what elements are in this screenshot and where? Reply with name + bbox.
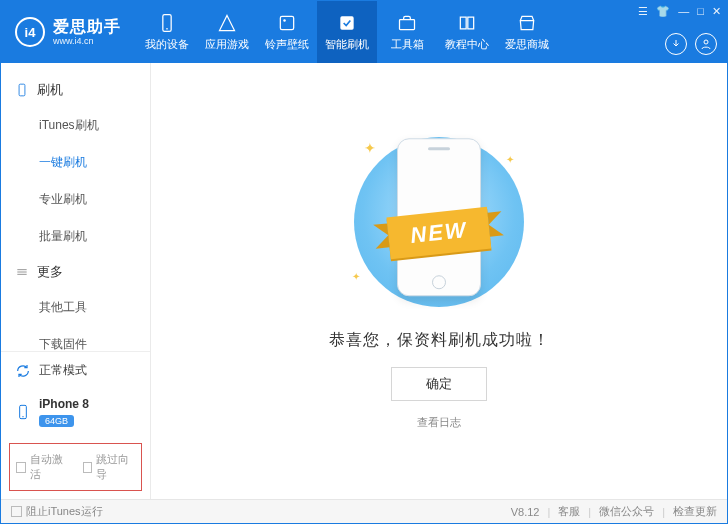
sidebar-group-more: 更多 [1, 255, 150, 289]
svg-point-1 [166, 28, 168, 30]
shop-icon [517, 13, 537, 33]
phone-icon [15, 404, 31, 420]
user-button[interactable] [695, 33, 717, 55]
book-icon [457, 13, 477, 33]
nav-ring[interactable]: 铃声壁纸 [257, 1, 317, 63]
nav-tutorial[interactable]: 教程中心 [437, 1, 497, 63]
chk-autoactivate[interactable]: 自动激活 [16, 452, 69, 482]
flash-icon [337, 13, 357, 33]
nav-tools[interactable]: 工具箱 [377, 1, 437, 63]
logo-badge: i4 [15, 17, 45, 47]
nav-label: 爱思商城 [505, 37, 549, 52]
close-icon[interactable]: ✕ [712, 5, 721, 18]
nav-apps[interactable]: 应用游戏 [197, 1, 257, 63]
app-header: i4 爱思助手 www.i4.cn 我的设备 应用游戏 铃声壁纸 智能刷机 [1, 1, 727, 63]
device-info[interactable]: iPhone 8 64GB [1, 389, 150, 437]
menu-icon[interactable]: ☰ [638, 5, 648, 18]
status-bar: 阻止iTunes运行 V8.12 | 客服 | 微信公众号 | 检查更新 [1, 499, 727, 523]
sidebar-item-batch[interactable]: 批量刷机 [1, 218, 150, 255]
svg-point-6 [704, 40, 708, 44]
nav-label: 教程中心 [445, 37, 489, 52]
nav-device[interactable]: 我的设备 [137, 1, 197, 63]
ok-button[interactable]: 确定 [391, 367, 487, 401]
svg-rect-7 [19, 84, 25, 96]
svg-rect-4 [340, 16, 353, 29]
post-flash-options: 自动激活 跳过向导 [9, 443, 142, 491]
svg-point-3 [283, 19, 286, 22]
chk-label: 阻止iTunes运行 [26, 504, 103, 519]
app-logo: i4 爱思助手 www.i4.cn [1, 17, 133, 47]
toolbox-icon [397, 13, 417, 33]
storage-badge: 64GB [39, 415, 74, 427]
nav-label: 智能刷机 [325, 37, 369, 52]
chk-label: 跳过向导 [96, 452, 135, 482]
wallpaper-icon [277, 13, 297, 33]
user-icon [700, 38, 712, 50]
logo-title: 爱思助手 [53, 17, 121, 36]
update-link[interactable]: 检查更新 [673, 504, 717, 519]
nav-label: 应用游戏 [205, 37, 249, 52]
maximize-icon[interactable]: □ [697, 5, 704, 18]
success-message: 恭喜您，保资料刷机成功啦！ [329, 330, 550, 351]
skin-icon[interactable]: 👕 [656, 5, 670, 18]
device-mode[interactable]: 正常模式 [1, 352, 150, 389]
nav-label: 我的设备 [145, 37, 189, 52]
sidebar-item-itunes[interactable]: iTunes刷机 [1, 107, 150, 144]
download-icon [670, 38, 682, 50]
sidebar-item-other[interactable]: 其他工具 [1, 289, 150, 326]
support-link[interactable]: 客服 [558, 504, 580, 519]
sidebar-item-pro[interactable]: 专业刷机 [1, 181, 150, 218]
svg-rect-2 [280, 16, 293, 29]
checkbox-icon [16, 462, 26, 473]
apps-icon [217, 13, 237, 33]
svg-point-9 [22, 416, 23, 417]
logo-url: www.i4.cn [53, 36, 121, 47]
view-log-link[interactable]: 查看日志 [417, 415, 461, 430]
sidebar-group-flash: 刷机 [1, 73, 150, 107]
sidebar-group-label: 更多 [37, 263, 63, 281]
success-illustration: ✦ ✦ ✦ NEW [334, 132, 544, 312]
nav-label: 工具箱 [391, 37, 424, 52]
chk-block-itunes[interactable]: 阻止iTunes运行 [11, 504, 103, 519]
svg-rect-5 [400, 19, 415, 29]
wechat-link[interactable]: 微信公众号 [599, 504, 654, 519]
nav-flash[interactable]: 智能刷机 [317, 1, 377, 63]
minimize-icon[interactable]: — [678, 5, 689, 18]
nav-mall[interactable]: 爱思商城 [497, 1, 557, 63]
device-name: iPhone 8 [39, 397, 89, 411]
window-controls: ☰ 👕 — □ ✕ [638, 5, 721, 18]
sidebar-item-onekey[interactable]: 一键刷机 [1, 144, 150, 181]
main-content: ✦ ✦ ✦ NEW 恭喜您，保资料刷机成功啦！ 确定 查看日志 [151, 63, 727, 499]
version-label: V8.12 [511, 506, 540, 518]
nav-label: 铃声壁纸 [265, 37, 309, 52]
sidebar: 刷机 iTunes刷机 一键刷机 专业刷机 批量刷机 更多 其他工具 下载固件 … [1, 63, 151, 499]
mode-label: 正常模式 [39, 362, 87, 379]
more-icon [15, 265, 29, 279]
checkbox-icon [83, 462, 93, 473]
download-button[interactable] [665, 33, 687, 55]
chk-skipguide[interactable]: 跳过向导 [83, 452, 136, 482]
top-nav: 我的设备 应用游戏 铃声壁纸 智能刷机 工具箱 教程中心 [137, 1, 557, 63]
chk-label: 自动激活 [30, 452, 69, 482]
sidebar-item-firmware[interactable]: 下载固件 [1, 326, 150, 351]
account-controls [665, 33, 717, 55]
phone-icon [157, 13, 177, 33]
refresh-icon [15, 363, 31, 379]
checkbox-icon [11, 506, 22, 517]
phone-icon [15, 83, 29, 97]
sidebar-group-label: 刷机 [37, 81, 63, 99]
